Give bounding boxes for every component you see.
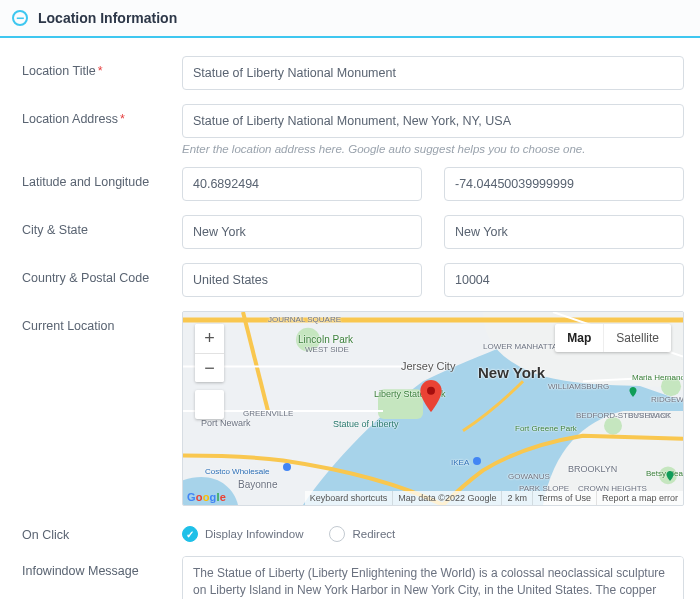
map-label-brooklyn: BROOKLYN [568, 464, 617, 474]
map-label-journalsq: JOURNAL SQUARE [268, 315, 341, 324]
map-label-newyork: New York [478, 364, 545, 381]
zoom-control: + − [195, 324, 224, 382]
map-label-greenville: GREENVILLE [243, 409, 293, 418]
radio-label-redirect: Redirect [352, 528, 395, 540]
longitude-input[interactable] [444, 167, 684, 201]
location-title-input[interactable] [182, 56, 684, 90]
map-type-map[interactable]: Map [555, 324, 603, 352]
map-label-manhattan: LOWER MANHATTAN [483, 342, 563, 351]
row-onclick: On Click Display Infowindow Redirect [22, 520, 684, 542]
streetview-control[interactable] [195, 390, 224, 419]
map-label-jerseycity: Jersey City [401, 360, 455, 372]
required-marker: * [120, 112, 125, 126]
google-logo: Google [187, 491, 226, 503]
map-label-ridgewood: RIDGEWOOD [651, 395, 684, 404]
poi-icon [664, 470, 676, 482]
map-attr-terms[interactable]: Terms of Use [532, 491, 596, 505]
map-attribution: Keyboard shortcuts Map data ©2022 Google… [305, 491, 683, 505]
location-address-input[interactable] [182, 104, 684, 138]
state-input[interactable] [444, 215, 684, 249]
country-input[interactable] [182, 263, 422, 297]
map-attr-report[interactable]: Report a map error [596, 491, 683, 505]
label-title: Location Title* [22, 56, 182, 78]
radio-display-infowindow[interactable]: Display Infowindow [182, 526, 303, 542]
panel-title: Location Information [38, 10, 177, 26]
map-label-statue: Statue of Liberty [333, 419, 399, 429]
map-attr-shortcuts[interactable]: Keyboard shortcuts [305, 491, 393, 505]
label-infowindow: Infowindow Message [22, 556, 182, 578]
map-attr-scale: 2 km [501, 491, 532, 505]
address-help-text: Enter the location address here. Google … [182, 143, 684, 155]
map-type-satellite[interactable]: Satellite [603, 324, 671, 352]
row-address: Location Address* Enter the location add… [22, 104, 684, 155]
radio-redirect[interactable]: Redirect [329, 526, 395, 542]
latitude-input[interactable] [182, 167, 422, 201]
map-attr-data: Map data ©2022 Google [392, 491, 501, 505]
label-citystate: City & State [22, 215, 182, 237]
map-label-fortgreene: Fort Greene Park [515, 425, 577, 433]
radio-unchecked-icon [329, 526, 345, 542]
map-label-lincolnpark-sub: WEST SIDE [305, 345, 349, 354]
svg-point-7 [473, 457, 481, 465]
map-label-portnewark: Port Newark [201, 418, 251, 428]
svg-point-8 [427, 387, 435, 395]
poi-icon [471, 455, 483, 467]
label-address: Location Address* [22, 104, 182, 126]
map-label-bushwick: BUSHWICK [628, 411, 671, 420]
map[interactable]: Lincoln Park WEST SIDE JOURNAL SQUARE Je… [182, 311, 684, 506]
row-latlng: Latitude and Longitude [22, 167, 684, 201]
form-body: Location Title* Location Address* Enter … [0, 38, 700, 599]
map-marker-icon[interactable] [420, 380, 442, 412]
row-currentloc: Current Location [22, 311, 684, 506]
zoom-in-button[interactable]: + [195, 324, 224, 353]
panel-header[interactable]: − Location Information [0, 0, 700, 38]
label-latlng: Latitude and Longitude [22, 167, 182, 189]
map-label-bayonne: Bayonne [238, 479, 277, 490]
label-onclick: On Click [22, 520, 182, 542]
collapse-icon[interactable]: − [12, 10, 28, 26]
label-currentloc: Current Location [22, 311, 182, 333]
onclick-radio-group: Display Infowindow Redirect [182, 520, 684, 542]
map-label-gowanus: GOWANUS [508, 472, 550, 481]
map-label-ikea: IKEA [451, 458, 469, 467]
row-title: Location Title* [22, 56, 684, 90]
poi-icon [281, 461, 293, 473]
poi-icon [627, 386, 639, 398]
map-type-control: Map Satellite [555, 324, 671, 352]
radio-label-display: Display Infowindow [205, 528, 303, 540]
infowindow-textarea[interactable] [182, 556, 684, 599]
label-countrypostal: Country & Postal Code [22, 263, 182, 285]
row-citystate: City & State [22, 215, 684, 249]
row-infowindow: Infowindow Message [22, 556, 684, 599]
radio-checked-icon [182, 526, 198, 542]
required-marker: * [98, 64, 103, 78]
map-label-maria: Maria Hernandez Park [632, 374, 684, 382]
map-label-lincolnpark: Lincoln Park [298, 334, 353, 345]
map-label-costco: Costco Wholesale [205, 467, 269, 476]
city-input[interactable] [182, 215, 422, 249]
row-countrypostal: Country & Postal Code [22, 263, 684, 297]
postal-input[interactable] [444, 263, 684, 297]
map-label-williamsburg: WILLIAMSBURG [548, 382, 609, 391]
zoom-out-button[interactable]: − [195, 353, 224, 382]
svg-point-6 [283, 463, 291, 471]
